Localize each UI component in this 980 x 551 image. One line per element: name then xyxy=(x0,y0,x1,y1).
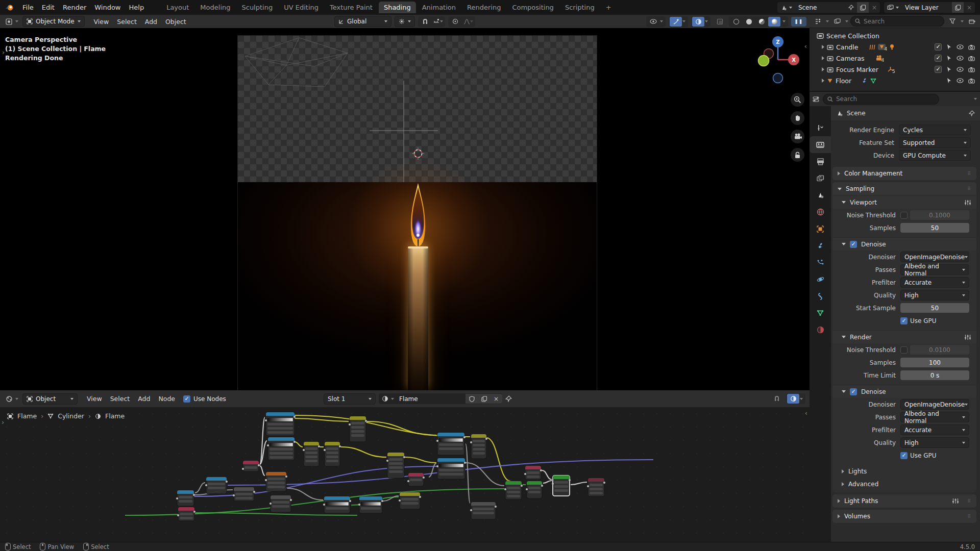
unlink-scene-button[interactable]: × xyxy=(869,2,880,13)
view-layer-name[interactable]: View Layer xyxy=(902,2,952,13)
outliner-filter-caret[interactable] xyxy=(961,20,964,22)
shader-node[interactable] xyxy=(526,481,543,498)
tab-scripting[interactable]: Scripting xyxy=(560,2,600,13)
selectable-icon[interactable] xyxy=(946,78,952,84)
collection-checkbox[interactable]: ✓ xyxy=(935,55,942,62)
tab-modeling[interactable]: Modeling xyxy=(195,2,235,13)
editor-type-caret[interactable] xyxy=(15,20,18,22)
sh-menu-add[interactable]: Add xyxy=(134,395,154,403)
shader-node[interactable] xyxy=(436,458,466,479)
navigation-gizmo[interactable]: Z X xyxy=(756,34,802,85)
tab-object[interactable] xyxy=(810,220,831,237)
vp-samples-value[interactable]: 50 xyxy=(900,223,969,233)
shader-node[interactable] xyxy=(233,487,255,501)
outliner-display-caret[interactable] xyxy=(826,20,829,22)
shading-rendered-button[interactable] xyxy=(768,17,780,27)
viewport-3d[interactable]: Camera Perspective (1) Scene Collection … xyxy=(0,28,810,390)
editor-type-button[interactable] xyxy=(3,394,15,404)
node-overlays-icon[interactable] xyxy=(787,394,799,404)
overlays-dropdown[interactable] xyxy=(691,16,710,27)
rn-samples-value[interactable]: 100 xyxy=(900,358,969,367)
shading-solid-button[interactable] xyxy=(743,17,755,27)
editor-type-caret[interactable] xyxy=(15,398,18,400)
menu-file[interactable]: File xyxy=(18,0,38,15)
pin-icon[interactable] xyxy=(969,110,975,116)
editor-type-button[interactable] xyxy=(3,17,15,27)
rn-noise-threshold-value[interactable]: 0.0100 xyxy=(910,345,969,355)
tab-uv-editing[interactable]: UV Editing xyxy=(279,2,324,13)
material-name-field[interactable]: Flame xyxy=(394,395,465,403)
shading-options-caret[interactable] xyxy=(782,20,786,22)
pause-render-button[interactable]: ❚❚ xyxy=(791,17,806,27)
shader-node[interactable] xyxy=(399,492,421,509)
tab-output[interactable] xyxy=(810,153,831,170)
volumes-header[interactable]: Volumes⠿ xyxy=(832,510,976,523)
new-view-layer-button[interactable] xyxy=(952,2,964,13)
tab-texture-paint[interactable]: Texture Paint xyxy=(325,2,378,13)
lock-view-button[interactable] xyxy=(791,148,804,162)
expand-icon[interactable] xyxy=(822,67,824,71)
shader-node[interactable] xyxy=(267,437,296,460)
zoom-button[interactable] xyxy=(791,93,804,107)
proportional-falloff-dropdown[interactable] xyxy=(462,17,474,27)
outliner-row-candle[interactable]: Candle 4 ✓ xyxy=(810,41,980,53)
tab-shading[interactable]: Shading xyxy=(379,2,416,13)
rn-time-limit-value[interactable]: 0 s xyxy=(900,370,969,380)
menu-window[interactable]: Window xyxy=(90,0,125,15)
sh-menu-select[interactable]: Select xyxy=(106,395,134,403)
snap-settings-button[interactable] xyxy=(432,17,444,27)
menu-help[interactable]: Help xyxy=(125,0,149,15)
rn-denoise-checkbox[interactable]: ✓ xyxy=(850,388,857,395)
expand-icon[interactable] xyxy=(822,45,824,49)
lights-header[interactable]: Lights xyxy=(832,465,976,478)
render-visibility-icon[interactable] xyxy=(968,44,975,50)
shader-node[interactable] xyxy=(386,453,405,478)
hide-eye-icon[interactable] xyxy=(957,56,964,61)
breadcrumb-material[interactable]: Flame xyxy=(105,412,125,420)
breadcrumb-mesh[interactable]: Cylinder xyxy=(58,412,84,420)
sampling-viewport-header[interactable]: Viewport xyxy=(832,195,976,209)
node-graph[interactable] xyxy=(0,407,810,542)
outliner-id-filter-button[interactable] xyxy=(831,16,843,26)
shader-node[interactable] xyxy=(504,481,523,499)
shader-node[interactable] xyxy=(265,472,287,491)
camera-view-button[interactable] xyxy=(791,130,804,143)
outliner-search-input[interactable]: Search xyxy=(850,16,944,27)
vp-denoise-header[interactable]: ✓Denoise xyxy=(832,237,976,251)
shading-material-button[interactable] xyxy=(755,17,768,27)
node-overlays-dropdown[interactable] xyxy=(786,393,805,404)
browse-material-button[interactable] xyxy=(379,394,391,404)
view-layer-browse-button[interactable] xyxy=(884,2,902,13)
tab-particles[interactable] xyxy=(810,254,831,271)
xray-toggle[interactable] xyxy=(714,17,726,27)
sampling-header[interactable]: Sampling⠿ xyxy=(832,182,976,195)
expand-icon[interactable] xyxy=(822,79,824,83)
selectable-icon[interactable] xyxy=(946,66,952,72)
gizmos-dropdown[interactable] xyxy=(669,16,688,27)
vp-noise-threshold-value[interactable]: 0.1000 xyxy=(910,210,969,220)
rn-prefilter-dropdown[interactable]: Accurate xyxy=(900,424,969,435)
shader-node[interactable] xyxy=(324,442,341,466)
tab-sculpting[interactable]: Sculpting xyxy=(236,2,278,13)
vp-prefilter-dropdown[interactable]: Accurate xyxy=(900,277,969,288)
shader-node[interactable] xyxy=(303,442,320,466)
collection-checkbox[interactable]: ✓ xyxy=(935,43,942,51)
snap-toggle-magnet-icon[interactable] xyxy=(419,17,431,27)
node-sidebar-expand-arrow[interactable]: › xyxy=(2,418,4,426)
vp-passes-dropdown[interactable]: Albedo and Normal xyxy=(900,264,969,275)
light-paths-header[interactable]: Light Paths ⠿ xyxy=(832,494,976,508)
collection-checkbox[interactable]: ✓ xyxy=(935,66,942,73)
shading-wireframe-button[interactable] xyxy=(730,17,742,27)
add-workspace-button[interactable]: + xyxy=(601,2,617,13)
tab-world[interactable] xyxy=(810,204,831,220)
slot-dropdown[interactable]: Slot 1 xyxy=(324,393,376,405)
preset-sliders-icon[interactable] xyxy=(952,498,959,504)
feature-set-dropdown[interactable]: Supported xyxy=(899,137,971,148)
mode-dropdown[interactable]: Object Mode xyxy=(22,16,85,27)
expand-icon[interactable] xyxy=(822,56,824,60)
pin-material-icon[interactable] xyxy=(505,395,512,402)
vp-use-gpu-checkbox[interactable]: ✓ xyxy=(900,317,908,324)
remove-view-layer-button[interactable]: × xyxy=(964,2,975,13)
shader-node[interactable] xyxy=(552,475,571,496)
selectable-icon[interactable] xyxy=(946,44,952,50)
